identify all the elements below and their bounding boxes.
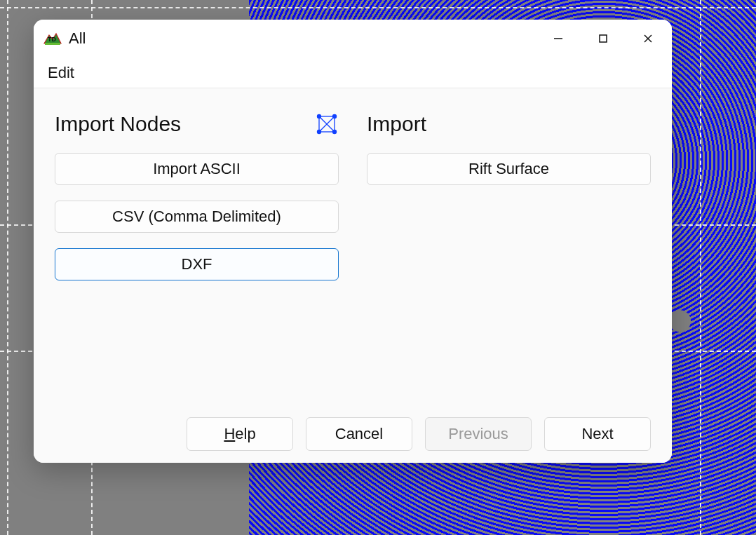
help-button[interactable]: Help: [187, 417, 293, 451]
menu-edit[interactable]: Edit: [42, 61, 80, 85]
dialog-footer: Help Cancel Previous Next: [34, 405, 672, 463]
close-button[interactable]: [626, 22, 670, 55]
left-heading: Import Nodes: [55, 112, 315, 136]
menubar: Edit: [34, 57, 672, 88]
next-button[interactable]: Next: [544, 417, 651, 451]
svg-text:TD: TD: [48, 36, 56, 43]
svg-rect-3: [600, 35, 607, 42]
svg-rect-0: [45, 43, 60, 45]
app-icon: TD: [43, 31, 62, 46]
window-title: All: [69, 29, 86, 48]
right-column: Import Rift Surface: [367, 108, 651, 405]
import-dialog: TD All Edit Import Nodes: [34, 20, 672, 463]
svg-point-12: [332, 130, 337, 134]
import-csv-button[interactable]: CSV (Comma Delimited): [55, 201, 339, 233]
help-label-rest: elp: [235, 425, 255, 442]
dialog-content: Import Nodes Import ASCII CSV (Comma Del…: [34, 88, 672, 405]
previous-button[interactable]: Previous: [425, 417, 532, 451]
maximize-button[interactable]: [581, 22, 626, 55]
import-ascii-button[interactable]: Import ASCII: [55, 153, 339, 185]
left-column: Import Nodes Import ASCII CSV (Comma Del…: [55, 108, 339, 405]
titlebar: TD All: [34, 20, 672, 57]
svg-point-10: [332, 114, 337, 118]
minimize-button[interactable]: [536, 22, 581, 55]
cancel-button[interactable]: Cancel: [306, 417, 412, 451]
svg-point-11: [317, 130, 321, 134]
import-rift-surface-button[interactable]: Rift Surface: [367, 153, 651, 185]
svg-point-9: [317, 114, 321, 118]
nodes-icon: [315, 112, 339, 136]
import-dxf-button[interactable]: DXF: [55, 248, 339, 280]
right-heading: Import: [367, 112, 651, 136]
